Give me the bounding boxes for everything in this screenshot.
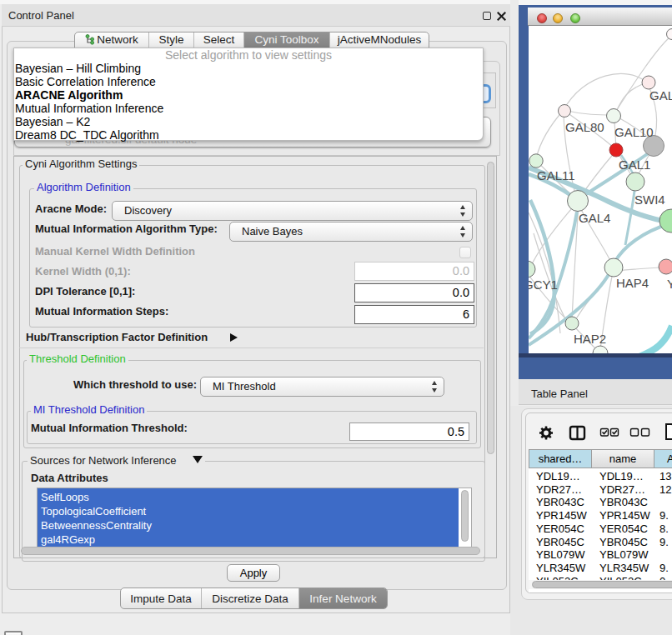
svg-text:GAL4: GAL4 bbox=[579, 211, 610, 225]
svg-text:GAL1: GAL1 bbox=[619, 158, 650, 172]
svg-text:HAP2: HAP2 bbox=[574, 332, 606, 346]
svg-text:HAP4: HAP4 bbox=[616, 276, 649, 290]
svg-text:GAL2: GAL2 bbox=[649, 88, 672, 102]
svg-text:GAL80: GAL80 bbox=[565, 120, 604, 134]
svg-text:YD: YD bbox=[667, 277, 672, 291]
svg-text:GCY1: GCY1 bbox=[529, 278, 558, 292]
svg-text:GAL10: GAL10 bbox=[614, 125, 654, 139]
svg-text:SWI4: SWI4 bbox=[634, 192, 665, 207]
svg-text:GAL11: GAL11 bbox=[537, 168, 575, 182]
